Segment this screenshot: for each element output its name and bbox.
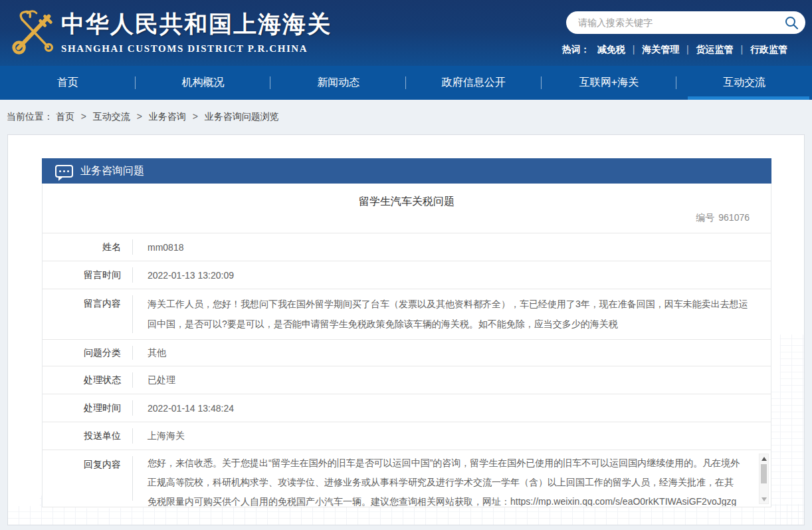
hotwords-label: 热词： bbox=[562, 44, 590, 55]
hotword-divider: | bbox=[740, 44, 743, 55]
nav-label: 首页 bbox=[57, 76, 78, 90]
hotword-divider: | bbox=[633, 44, 635, 55]
row-label: 回复内容 bbox=[43, 450, 132, 507]
row-value: 其他 bbox=[133, 340, 771, 366]
scrollbar-thumb[interactable] bbox=[761, 464, 767, 483]
hotword-link-3[interactable]: 货运监管 bbox=[696, 44, 734, 55]
breadcrumb-separator: > bbox=[81, 111, 86, 122]
row-label: 留言时间 bbox=[43, 261, 132, 289]
search-input[interactable] bbox=[566, 11, 805, 34]
panel-header-title: 业务咨询问题 bbox=[80, 164, 144, 178]
search-box bbox=[566, 11, 805, 34]
content-card: 业务咨询问题 留学生汽车关税问题 编号961076 姓名 mm0818 留言时间… bbox=[7, 134, 805, 525]
row-label: 留言内容 bbox=[43, 289, 132, 339]
nav-item-interaction[interactable]: 互动交流 bbox=[676, 66, 812, 100]
row-label: 投送单位 bbox=[43, 422, 132, 450]
breadcrumb-link-consultation[interactable]: 业务咨询 bbox=[149, 111, 186, 122]
breadcrumb-link-current: 业务咨询问题浏览 bbox=[205, 111, 279, 122]
chat-bubble-icon bbox=[55, 165, 73, 178]
question-number-label: 编号 bbox=[696, 212, 714, 223]
table-row-message-time: 留言时间 2022-01-13 13:20:09 bbox=[43, 261, 771, 289]
breadcrumb: 当前位置： 首页 > 互动交流 > 业务咨询 > 业务咨询问题浏览 bbox=[0, 100, 812, 133]
scrollbar-up-arrow-icon[interactable] bbox=[760, 454, 768, 463]
nav-label: 互动交流 bbox=[723, 76, 765, 90]
nav-label: 互联网+海关 bbox=[579, 76, 639, 90]
question-number: 编号961076 bbox=[696, 212, 750, 224]
breadcrumb-separator: > bbox=[137, 111, 142, 122]
site-titles: 中华人民共和国上海海关 SHANGHAI CUSTOMS DISTRICT P.… bbox=[61, 9, 332, 55]
hotword-divider: | bbox=[686, 44, 689, 55]
hotword-link-2[interactable]: 海关管理 bbox=[642, 44, 679, 55]
row-value[interactable]: 您好，来信收悉。关于您提出“留学生在国外的旧车是否可以运回中国”的咨询，留学生在… bbox=[133, 450, 771, 506]
panel-header: 业务咨询问题 bbox=[42, 158, 771, 184]
row-value: 2022-01-13 13:20:09 bbox=[133, 261, 771, 289]
search-icon[interactable] bbox=[784, 15, 799, 30]
table-row-message-content: 留言内容 海关工作人员，您好！我想问下我在国外留学期间买了台车（发票以及其他资料… bbox=[43, 289, 771, 340]
table-row-process-time: 处理时间 2022-01-14 13:48:24 bbox=[43, 394, 771, 422]
hotwords-bar: 热词： 减免税 | 海关管理 | 货运监管 | 行政监管 bbox=[562, 44, 792, 56]
row-label: 处理时间 bbox=[43, 394, 132, 422]
nav-label: 机构概况 bbox=[182, 76, 225, 90]
table-row-category: 问题分类 其他 bbox=[43, 340, 771, 366]
row-value: 已处理 bbox=[133, 366, 771, 394]
breadcrumb-link-home[interactable]: 首页 bbox=[56, 111, 74, 122]
site-subtitle: SHANGHAI CUSTOMS DISTRICT P.R.CHINA bbox=[61, 43, 332, 55]
nav-item-internet-customs[interactable]: 互联网+海关 bbox=[542, 66, 677, 100]
reply-scrollbar[interactable] bbox=[759, 454, 769, 504]
nav-item-gov-info[interactable]: 政府信息公开 bbox=[406, 66, 542, 100]
nav-item-home[interactable]: 首页 bbox=[0, 66, 136, 100]
nav-label: 政府信息公开 bbox=[442, 76, 506, 90]
row-value: 上海海关 bbox=[133, 422, 771, 450]
breadcrumb-label: 当前位置： bbox=[7, 111, 53, 122]
row-value: 2022-01-14 13:48:24 bbox=[133, 394, 771, 422]
row-value: 海关工作人员，您好！我想问下我在国外留学期间买了台车（发票以及其他资料都齐全），… bbox=[133, 289, 771, 339]
main-nav: 首页 机构概况 新闻动态 政府信息公开 互联网+海关 互动交流 bbox=[0, 66, 812, 100]
scrollbar-down-arrow-icon[interactable] bbox=[760, 495, 768, 503]
breadcrumb-link-interaction[interactable]: 互动交流 bbox=[93, 111, 130, 122]
row-label: 处理状态 bbox=[43, 366, 132, 394]
table-row-name: 姓名 mm0818 bbox=[43, 233, 771, 261]
nav-item-news[interactable]: 新闻动态 bbox=[270, 66, 406, 100]
table-row-unit: 投送单位 上海海关 bbox=[43, 422, 771, 450]
table-row-reply-content: 回复内容 您好，来信收悉。关于您提出“留学生在国外的旧车是否可以运回中国”的咨询… bbox=[43, 450, 771, 507]
site-title: 中华人民共和国上海海关 bbox=[61, 9, 332, 40]
row-label: 问题分类 bbox=[43, 340, 132, 366]
consultation-panel: 业务咨询问题 留学生汽车关税问题 编号961076 姓名 mm0818 留言时间… bbox=[42, 158, 771, 507]
nav-label: 新闻动态 bbox=[317, 76, 359, 90]
row-label: 姓名 bbox=[43, 233, 132, 261]
question-number-value: 961076 bbox=[718, 212, 750, 223]
hotword-link-4[interactable]: 行政监管 bbox=[750, 44, 787, 55]
table-row-status: 处理状态 已处理 bbox=[43, 366, 771, 394]
cityscape-watermark bbox=[769, 334, 804, 525]
hotword-link-1[interactable]: 减免税 bbox=[597, 44, 625, 55]
question-title: 留学生汽车关税问题 bbox=[43, 184, 771, 209]
row-value: mm0818 bbox=[133, 233, 771, 261]
question-detail-table: 留学生汽车关税问题 编号961076 姓名 mm0818 留言时间 2022-0… bbox=[42, 184, 771, 507]
nav-item-about[interactable]: 机构概况 bbox=[136, 66, 271, 100]
question-title-row: 留学生汽车关税问题 编号961076 bbox=[43, 184, 771, 233]
site-banner: 中华人民共和国上海海关 SHANGHAI CUSTOMS DISTRICT P.… bbox=[0, 0, 812, 66]
breadcrumb-separator: > bbox=[193, 111, 198, 122]
customs-logo-icon[interactable] bbox=[8, 7, 60, 59]
